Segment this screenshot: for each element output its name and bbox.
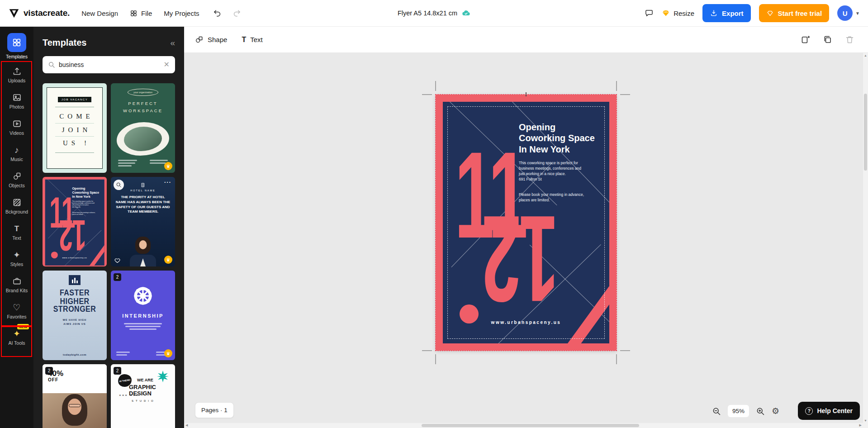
- top-bar: vistacreate. New Design File My Projects…: [0, 0, 868, 27]
- redo-icon[interactable]: [232, 9, 241, 18]
- favorite-heart-icon[interactable]: [114, 257, 121, 264]
- text-placeholder: [116, 352, 130, 356]
- sidebar-item-label: Text: [12, 236, 21, 241]
- flyer-stripe[interactable]: [553, 268, 609, 343]
- scrollbar-thumb[interactable]: [864, 94, 867, 171]
- zoom-controls: 95% ⚙: [712, 405, 779, 417]
- template-thumbnail-hotel[interactable]: HOTEL NAME THE PRIORITY AT HOTEL NAME HA…: [111, 177, 175, 266]
- scrollbar-thumb[interactable]: [422, 424, 639, 427]
- sidebar-item-styles[interactable]: ✦ Styles: [1, 246, 33, 272]
- heading-line: Coworking Space: [519, 133, 595, 143]
- heading-line: In New York: [519, 144, 595, 155]
- canvas-area[interactable]: 11 12 Opening Coworking Space In New Yor…: [184, 53, 868, 428]
- resize-button[interactable]: Resize: [662, 9, 694, 17]
- templates-panel: Templates « ✕ JOB VACANCY COME JOIN US !: [33, 27, 184, 428]
- zoom-in-icon[interactable]: [756, 407, 765, 416]
- fitness-website: todaybigfit.com: [43, 353, 107, 356]
- duplicate-page-icon[interactable]: [823, 35, 832, 44]
- sidebar-item-background[interactable]: Bckground: [1, 193, 33, 219]
- template-thumbnail-graphic-design[interactable]: 2 HI THERE! WE ARE GRAPHIC DESIGN STUDIO…: [111, 364, 175, 428]
- sale-photo: [43, 393, 107, 428]
- scroll-up-arrow[interactable]: ▲: [863, 54, 868, 57]
- hotel-message: THE PRIORITY AT HOTEL NAME HAS ALWAYS BE…: [115, 195, 171, 214]
- sidebar-item-objects[interactable]: Objects: [1, 167, 33, 193]
- template-thumbnail-job-vacancy[interactable]: JOB VACANCY COME JOIN US !: [43, 83, 107, 173]
- page-handle[interactable]: [526, 92, 526, 96]
- sidebar-item-music[interactable]: ♪ Music: [1, 141, 33, 167]
- avatar: U: [837, 5, 853, 21]
- sidebar-item-label: AI Tools: [8, 341, 25, 346]
- template-text-line: US !: [55, 137, 94, 150]
- account-menu[interactable]: U ▼: [837, 5, 860, 21]
- flyer-heading[interactable]: Opening Coworking Space In New York: [519, 122, 595, 155]
- vistacreate-logo[interactable]: vistacreate.: [8, 7, 70, 19]
- photo-glasses-shape: [69, 404, 81, 407]
- document-title: Flyer A5 14.8x21 cm: [398, 10, 457, 17]
- template-thumbnail-coworking[interactable]: 11 12 Opening Coworking Space In New Yor…: [43, 177, 107, 266]
- flyer-body[interactable]: This coworking space is perfect for busi…: [519, 161, 588, 182]
- horizontal-scrollbar[interactable]: ◀ ▶: [184, 423, 863, 428]
- sidebar-item-photos[interactable]: Photos: [1, 88, 33, 114]
- add-page-icon[interactable]: [801, 35, 810, 44]
- template-thumbnail-internship[interactable]: 2 INTERNSHIP ♛: [111, 271, 175, 360]
- shape-tool-button[interactable]: Shape: [195, 35, 227, 44]
- workspace-title: PERFECT WORKSPACE: [123, 100, 163, 114]
- sidebar-item-label: Favorites: [7, 314, 26, 320]
- sidebar-item-uploads[interactable]: Uploads: [1, 62, 33, 88]
- document-title-area[interactable]: Flyer A5 14.8x21 cm: [398, 9, 470, 18]
- more-options-icon[interactable]: ⋯: [164, 178, 171, 186]
- template-thumbnail-sale[interactable]: 2 40% OFF: [43, 364, 107, 428]
- flyer-page[interactable]: 11 12 Opening Coworking Space In New Yor…: [436, 95, 617, 351]
- export-label: Export: [722, 10, 744, 17]
- pages-button[interactable]: Pages · 1: [195, 402, 234, 418]
- sidebar-item-videos[interactable]: Videos: [1, 114, 33, 141]
- scroll-right-arrow[interactable]: ▶: [859, 423, 862, 427]
- crop-mark: [616, 354, 617, 364]
- internship-title: INTERNSHIP: [122, 313, 164, 319]
- new-design-menu[interactable]: New Design: [81, 10, 118, 17]
- zoom-out-icon[interactable]: [712, 407, 721, 416]
- shape-icon: [195, 35, 204, 44]
- sidebar-item-label: Templates: [6, 54, 28, 60]
- export-button[interactable]: Export: [702, 4, 751, 22]
- sidebar-item-ai-tools[interactable]: ✦ NEW AI Tools: [1, 324, 33, 351]
- heading-line: Coworking Space: [72, 190, 100, 195]
- start-free-trial-button[interactable]: Start free trial: [759, 4, 830, 22]
- chat-icon[interactable]: [645, 9, 654, 18]
- my-projects-menu[interactable]: My Projects: [164, 10, 199, 17]
- premium-crown-badge: ♛: [164, 256, 172, 264]
- sidebar-item-favorites[interactable]: ♡ Favorites: [1, 298, 33, 324]
- template-thumbnail-perfect-workspace[interactable]: your organization PERFECT WORKSPACE ♛: [111, 83, 175, 173]
- vertical-scrollbar[interactable]: ▲ ▼: [863, 53, 868, 423]
- sidebar-item-brand-kits[interactable]: Brand Kits: [1, 272, 33, 298]
- internship-logo: [131, 284, 155, 308]
- collapse-panel-icon[interactable]: «: [170, 38, 175, 47]
- template-thumbnail-fitness[interactable]: FASTER HIGHER STRONGER WE HAVE HIGH AIMS…: [43, 271, 107, 360]
- help-center-button[interactable]: ? Help Center: [798, 402, 860, 420]
- logo-text: vistacreate.: [24, 8, 70, 18]
- file-menu[interactable]: File: [130, 10, 152, 17]
- text-tool-button[interactable]: T Text: [242, 36, 262, 43]
- scroll-down-arrow[interactable]: ▼: [863, 419, 868, 422]
- preview-zoom-icon[interactable]: [114, 180, 124, 190]
- question-mark-icon: ?: [805, 407, 813, 415]
- flyer-note[interactable]: Please book your meeting in advance, pla…: [519, 192, 586, 203]
- delete-page-icon[interactable]: [845, 35, 854, 44]
- undo-icon[interactable]: [213, 9, 222, 18]
- flyer-dot[interactable]: [460, 304, 479, 323]
- zoom-level[interactable]: 95%: [728, 405, 749, 417]
- scroll-left-arrow[interactable]: ◀: [185, 423, 188, 427]
- flyer-design[interactable]: 11 12 Opening Coworking Space In New Yor…: [436, 95, 617, 351]
- search-input[interactable]: [59, 61, 160, 68]
- template-search[interactable]: ✕: [43, 56, 175, 73]
- history-controls: [213, 9, 241, 18]
- flyer-number-12[interactable]: 12: [481, 211, 560, 307]
- sidebar-item-text[interactable]: T Text: [1, 219, 33, 246]
- sidebar-item-label: Uploads: [8, 78, 26, 84]
- sidebar-item-templates[interactable]: Templates: [1, 30, 33, 62]
- heading-line: Opening: [72, 186, 100, 190]
- settings-gear-icon[interactable]: ⚙: [772, 407, 779, 415]
- we-are-label: WE ARE: [137, 378, 153, 382]
- flyer-dot: [51, 252, 58, 258]
- clear-search-icon[interactable]: ✕: [164, 61, 170, 68]
